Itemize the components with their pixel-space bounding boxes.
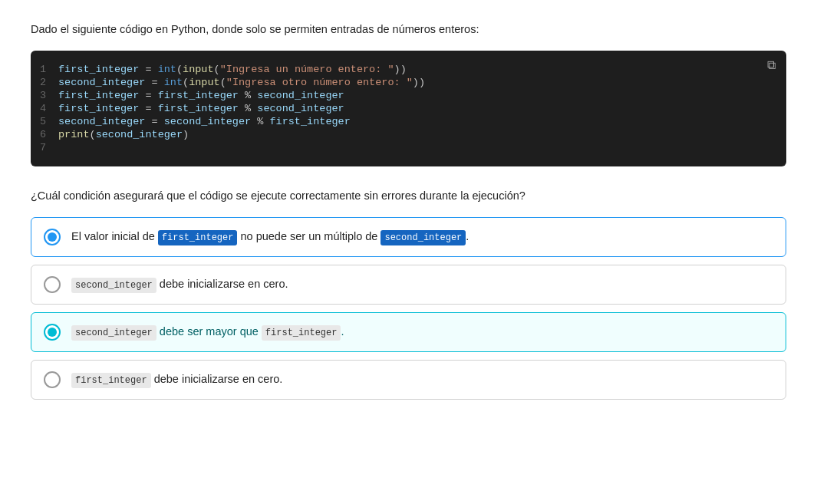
radio-c[interactable] — [44, 324, 61, 341]
code-line-5: 5 second_integer = second_integer % firs… — [31, 115, 786, 128]
option-c-label: second_integer debe ser mayor que first_… — [71, 324, 344, 341]
radio-b[interactable] — [44, 276, 61, 293]
copy-icon[interactable]: ⧉ — [767, 58, 776, 73]
radio-d[interactable] — [44, 371, 61, 388]
option-b[interactable]: second_integer debe inicializarse en cer… — [31, 265, 786, 305]
option-d-label: first_integer debe inicializarse en cero… — [71, 371, 282, 388]
code-line-2: 2 second_integer = int(input("Ingresa ot… — [31, 76, 786, 89]
code-line-6: 6 print(second_integer) — [31, 128, 786, 141]
code-block: ⧉ 1 first_integer = int(input("Ingresa u… — [31, 51, 786, 166]
option-a[interactable]: El valor inicial de first_integer no pue… — [31, 217, 786, 257]
options-list: El valor inicial de first_integer no pue… — [31, 217, 786, 400]
code-line-1: 1 first_integer = int(input("Ingresa un … — [31, 63, 786, 76]
option-d[interactable]: first_integer debe inicializarse en cero… — [31, 360, 786, 400]
option-a-label: El valor inicial de first_integer no pue… — [71, 229, 469, 245]
code-line-7: 7 — [31, 141, 786, 154]
radio-a[interactable] — [44, 229, 61, 245]
code-line-3: 3 first_integer = first_integer % second… — [31, 89, 786, 102]
option-b-label: second_integer debe inicializarse en cer… — [71, 276, 288, 293]
option-c[interactable]: second_integer debe ser mayor que first_… — [31, 312, 786, 352]
code-line-4: 4 first_integer = first_integer % second… — [31, 102, 786, 115]
question-text: ¿Cuál condición asegurará que el código … — [31, 189, 786, 202]
intro-text: Dado el siguiente código en Python, dond… — [31, 23, 786, 35]
